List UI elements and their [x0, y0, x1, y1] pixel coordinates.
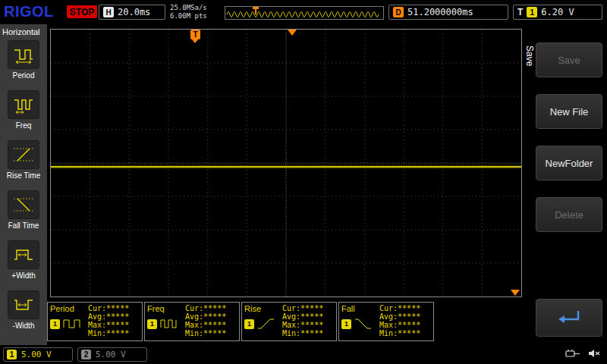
freq-icon	[159, 316, 179, 331]
menu-tab-save: Save	[524, 46, 535, 66]
measurement-name: Rise	[244, 304, 282, 313]
measurement-min: Min:*****	[282, 329, 334, 337]
delay-value: 51.2000000ms	[407, 7, 473, 17]
usb-icon	[565, 348, 580, 359]
measurement-avg: Avg:*****	[379, 312, 431, 321]
speaker-muted-icon	[588, 348, 601, 359]
measurement-cur: Cur:*****	[379, 304, 431, 312]
acquisition-info: 25.0MSa/s 6.00M pts	[170, 4, 207, 20]
channel2-scale: 5.00 V	[96, 350, 126, 359]
menu-item-label: -Width	[13, 322, 35, 330]
measurement-name: Fall	[341, 304, 379, 313]
channel-badge: 1	[341, 319, 351, 329]
measurement-name: Freq	[147, 304, 185, 313]
measurement-min: Min:*****	[88, 329, 140, 337]
channel-badge: 1	[244, 319, 254, 329]
oscilloscope-screen: RIGOL STOP H 20.0ms 25.0MSa/s 6.00M pts …	[0, 0, 607, 364]
fall-icon	[354, 316, 373, 331]
menu-item-label: Period	[13, 71, 35, 80]
new-folder-button[interactable]: NewFolder	[536, 146, 602, 180]
menu-item-minus-width[interactable]: -Width	[0, 288, 47, 338]
measurement-cur: Cur:*****	[282, 304, 334, 312]
channel2-number-badge: 2	[81, 350, 91, 359]
measurement-min: Min:*****	[185, 329, 237, 337]
measurement-cur: Cur:*****	[88, 304, 140, 312]
menu-item-label: Fall Time	[8, 221, 39, 230]
measurement-min: Min:*****	[379, 329, 431, 337]
preview-wave	[225, 7, 383, 19]
measurement-panel-rise: Rise 1 Cur:***** Avg:***** Max:***** Min…	[241, 302, 337, 341]
delay-box: D 51.2000000ms	[388, 5, 508, 20]
channel1-number-badge: 1	[7, 350, 17, 359]
measurement-avg: Avg:*****	[88, 312, 140, 321]
horizontal-label-badge: H	[103, 7, 114, 17]
waveform-display: T	[50, 29, 522, 297]
measurement-max: Max:*****	[185, 321, 237, 329]
new-file-button[interactable]: New File	[536, 94, 602, 129]
sample-rate: 25.0MSa/s	[170, 4, 207, 12]
rise-time-icon	[8, 140, 39, 169]
delete-button[interactable]: Delete	[536, 197, 602, 232]
freq-icon	[8, 90, 39, 119]
delay-position-marker	[288, 30, 297, 36]
fall-time-icon	[8, 190, 39, 219]
menu-item-fall-time[interactable]: Fall Time	[0, 188, 47, 238]
menu-item-label: Rise Time	[7, 171, 40, 180]
measurement-panel-period: Period 1 Cur:***** Avg:***** Max:***** M…	[47, 302, 143, 341]
menu-item-label: Freq	[16, 121, 32, 130]
channel1-trace	[51, 166, 521, 168]
plus-width-icon	[8, 240, 39, 269]
delay-label-badge: D	[393, 7, 404, 17]
menu-item-label: +Width	[11, 271, 35, 280]
measurement-panel-fall: Fall 1 Cur:***** Avg:***** Max:***** Min…	[338, 302, 434, 341]
measurement-avg: Avg:*****	[185, 312, 237, 321]
menu-item-freq[interactable]: Freq	[0, 88, 47, 138]
trigger-position-arrow	[192, 39, 198, 43]
trigger-label: T	[517, 7, 523, 17]
return-arrow-icon	[552, 306, 586, 329]
channel1-scale: 5.00 V	[21, 350, 52, 359]
channel-badge: 1	[147, 319, 157, 329]
measure-category-title: Horizontal	[0, 24, 47, 38]
save-button[interactable]: Save	[536, 42, 602, 77]
back-button[interactable]	[536, 299, 602, 337]
rise-icon	[256, 316, 276, 331]
menu-item-rise-time[interactable]: Rise Time	[0, 138, 47, 188]
save-menu: Save Save New File NewFolder Delete	[522, 24, 607, 345]
period-icon	[8, 40, 39, 69]
measurement-panel-freq: Freq 1 Cur:***** Avg:***** Max:***** Min…	[144, 302, 240, 341]
graticule-grid	[51, 30, 521, 297]
measurement-max: Max:*****	[282, 321, 334, 329]
channel1-indicator[interactable]: 1 5.00 V	[3, 347, 73, 362]
bottom-status-bar: 1 5.00 V 2 5.00 V	[0, 345, 607, 364]
rigol-logo: RIGOL	[4, 3, 54, 20]
trigger-position-marker[interactable]: T	[190, 30, 200, 39]
top-status-bar: RIGOL STOP H 20.0ms 25.0MSa/s 6.00M pts …	[0, 0, 607, 24]
waveform-preview-strip	[225, 6, 384, 20]
measurement-max: Max:*****	[379, 321, 431, 329]
trigger-level-value: 6.20 V	[541, 7, 574, 17]
timebase-value: 20.0ms	[118, 7, 150, 17]
measurement-max: Max:*****	[88, 321, 140, 329]
preview-trigger-marker	[253, 7, 259, 14]
measure-menu-sidebar: Horizontal Period Freq	[0, 24, 47, 345]
trigger-level-marker[interactable]	[511, 290, 520, 296]
measurement-name: Period	[50, 304, 88, 313]
measurement-strip: Period 1 Cur:***** Avg:***** Max:***** M…	[47, 302, 434, 341]
memory-depth: 6.00M pts	[170, 12, 207, 20]
period-icon	[62, 316, 82, 331]
channel-badge: 1	[50, 319, 60, 329]
measurement-avg: Avg:*****	[282, 312, 334, 321]
menu-item-period[interactable]: Period	[0, 38, 47, 88]
measurement-cur: Cur:*****	[185, 304, 237, 312]
minus-width-icon	[8, 290, 39, 319]
horizontal-timebase-box: H 20.0ms	[99, 5, 165, 20]
run-state-badge: STOP	[67, 5, 97, 18]
menu-item-plus-width[interactable]: +Width	[0, 238, 47, 288]
trigger-channel-badge: 1	[527, 7, 537, 17]
trigger-box: T 1 6.20 V	[513, 5, 602, 20]
channel2-indicator[interactable]: 2 5.00 V	[77, 347, 147, 362]
